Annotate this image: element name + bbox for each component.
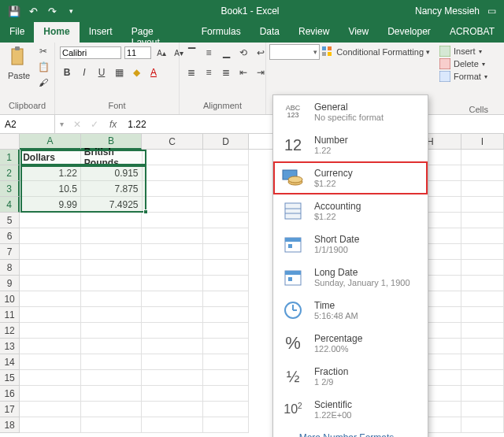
row-header[interactable]: 2 (0, 165, 20, 181)
cell[interactable] (20, 402, 81, 417)
cell[interactable] (142, 228, 203, 244)
cell[interactable] (20, 307, 81, 323)
row-header[interactable]: 16 (0, 386, 20, 402)
cell[interactable] (203, 276, 249, 291)
cell[interactable] (81, 244, 143, 260)
cell[interactable] (143, 150, 204, 165)
cell[interactable] (81, 417, 143, 433)
cell[interactable] (142, 213, 203, 228)
cell[interactable]: 0.915 (81, 165, 143, 181)
ribbon-display-icon[interactable]: ▭ (487, 6, 496, 17)
cell[interactable] (143, 181, 204, 197)
user-name[interactable]: Nancy Messieh (415, 6, 480, 17)
cell[interactable]: 1.22 (20, 165, 81, 181)
undo-icon[interactable]: ↶ (27, 5, 39, 17)
row-header[interactable]: 15 (0, 370, 20, 386)
cell[interactable] (203, 386, 249, 402)
cell[interactable] (142, 323, 203, 339)
cell[interactable] (20, 213, 81, 228)
cell[interactable] (203, 354, 249, 370)
row-header[interactable]: 5 (0, 213, 20, 228)
number-format-option-time[interactable]: Time5:16:48 AM (273, 294, 428, 327)
cell[interactable] (461, 339, 504, 354)
cell[interactable] (203, 323, 249, 339)
border-icon[interactable]: ▦ (112, 65, 126, 80)
col-header-I[interactable]: I (461, 134, 504, 150)
row-header[interactable]: 8 (0, 260, 20, 276)
cell[interactable] (20, 323, 81, 339)
cell[interactable] (461, 276, 504, 291)
cut-icon[interactable]: ✂ (36, 44, 50, 58)
number-format-option-shortdate[interactable]: Short Date1/1/1900 (273, 228, 428, 261)
cell[interactable]: 10.5 (20, 181, 81, 197)
cell[interactable] (81, 354, 143, 370)
cell[interactable] (461, 197, 504, 213)
font-size-select[interactable] (124, 46, 151, 59)
enter-icon[interactable]: ✓ (86, 119, 103, 130)
cell[interactable] (142, 354, 203, 370)
cell[interactable] (143, 197, 204, 213)
number-format-option-accounting[interactable]: Accounting$1.22 (273, 194, 428, 228)
cell[interactable] (203, 260, 249, 276)
conditional-formatting-button[interactable]: Conditional Formatting ▾ (318, 44, 433, 60)
align-top-icon[interactable]: ▔ (184, 46, 198, 60)
bold-icon[interactable]: B (60, 65, 74, 80)
more-number-formats-link[interactable]: More Number Formats... (273, 426, 428, 437)
spreadsheet-grid[interactable]: A B C D H I 1DollarsBritish Pounds21.220… (0, 134, 504, 437)
cell[interactable] (20, 276, 81, 291)
decrease-indent-icon[interactable]: ⇤ (236, 65, 250, 80)
cell[interactable] (461, 417, 504, 433)
cell[interactable] (461, 291, 504, 307)
cell[interactable] (461, 244, 504, 260)
cell[interactable] (461, 181, 504, 197)
increase-font-icon[interactable]: A▴ (154, 46, 169, 60)
font-color-icon[interactable]: A (146, 65, 161, 80)
col-header-A[interactable]: A (20, 134, 81, 150)
cell[interactable] (81, 339, 143, 354)
row-header[interactable]: 14 (0, 354, 20, 370)
row-header[interactable]: 4 (0, 197, 20, 213)
cell[interactable] (203, 402, 249, 417)
tab-page-layout[interactable]: Page Layout (122, 22, 192, 43)
cell[interactable] (203, 181, 249, 197)
row-header[interactable]: 11 (0, 307, 20, 323)
cell[interactable] (81, 213, 143, 228)
cell[interactable] (142, 244, 203, 260)
number-format-option-currency[interactable]: Currency$1.22 (273, 161, 428, 194)
number-format-option-number[interactable]: 12Number1.22 (273, 128, 428, 161)
cell[interactable] (203, 228, 249, 244)
select-all-corner[interactable] (0, 134, 20, 150)
cell[interactable] (142, 402, 203, 417)
cell[interactable] (20, 260, 81, 276)
align-left-icon[interactable]: ≣ (184, 65, 198, 80)
row-header[interactable]: 17 (0, 402, 20, 417)
row-header[interactable]: 12 (0, 323, 20, 339)
row-header[interactable]: 6 (0, 228, 20, 244)
row-header[interactable]: 18 (0, 417, 20, 433)
cell[interactable] (20, 417, 81, 433)
fill-color-icon[interactable]: ◆ (129, 65, 143, 80)
tab-home[interactable]: Home (34, 22, 79, 43)
paste-button[interactable]: Paste (5, 44, 33, 82)
cell[interactable] (20, 228, 81, 244)
cell[interactable] (203, 291, 249, 307)
row-header[interactable]: 3 (0, 181, 20, 197)
number-format-option-longdate[interactable]: Long DateSunday, January 1, 1900 (273, 261, 428, 294)
cell[interactable] (20, 370, 81, 386)
cell[interactable] (203, 307, 249, 323)
cell[interactable] (203, 339, 249, 354)
tab-view[interactable]: View (339, 22, 378, 43)
cell[interactable] (20, 291, 81, 307)
cell[interactable] (142, 370, 203, 386)
cell[interactable] (461, 323, 504, 339)
align-bottom-icon[interactable]: ▁ (219, 46, 233, 60)
delete-cells-button[interactable]: Delete▾ (439, 58, 499, 69)
row-header[interactable]: 7 (0, 244, 20, 260)
cell[interactable] (81, 323, 143, 339)
cell[interactable] (142, 386, 203, 402)
cell[interactable] (142, 260, 203, 276)
wrap-text-icon[interactable]: ↩ (254, 46, 268, 60)
tab-data[interactable]: Data (250, 22, 289, 43)
qat-dropdown-icon[interactable]: ▾ (65, 5, 77, 17)
cell[interactable] (203, 370, 249, 386)
